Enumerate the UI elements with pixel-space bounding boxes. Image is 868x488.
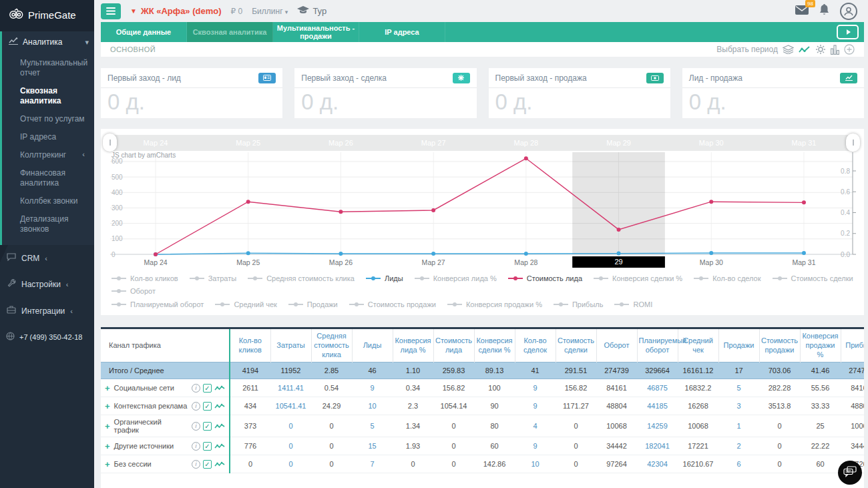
add-widget-icon[interactable] xyxy=(844,44,855,55)
trend-icon[interactable] xyxy=(799,46,811,53)
sidebar-subitem-5[interactable]: Финансовая аналитика xyxy=(2,164,94,192)
cell-link[interactable]: 3 xyxy=(736,402,740,410)
notifications-button[interactable] xyxy=(819,4,829,18)
legend-item[interactable]: Конверсия продажи % xyxy=(447,300,542,308)
cell-link[interactable]: 2 xyxy=(736,442,740,450)
column-header-11[interactable]: Средний чек xyxy=(678,329,718,362)
column-header-8[interactable]: Стоимость сделки xyxy=(556,329,596,362)
column-header-10[interactable]: Планируемый оборот xyxy=(637,329,678,362)
support-chat-button[interactable] xyxy=(838,461,862,485)
sparkline-toggle-icon[interactable] xyxy=(214,443,225,449)
messages-button[interactable]: 98 xyxy=(795,5,809,17)
cell-link[interactable]: 15 xyxy=(368,442,376,450)
row-checkbox[interactable]: ✓ xyxy=(203,422,212,431)
expand-row-icon[interactable]: + xyxy=(105,421,110,431)
info-icon[interactable]: i xyxy=(192,442,200,451)
cell-link[interactable]: 0 xyxy=(288,442,292,450)
sidebar-item-analytics[interactable]: Аналитика ▾ xyxy=(2,31,94,53)
select-period-button[interactable]: Выбрать период xyxy=(716,45,778,54)
layers-icon[interactable] xyxy=(783,45,794,54)
sidebar-subitem-2[interactable]: Отчет по услугам xyxy=(2,110,94,128)
play-demo-button[interactable] xyxy=(837,25,859,39)
column-header-0[interactable]: Кол-во кликов xyxy=(230,329,270,362)
legend-item[interactable]: Средний чек xyxy=(215,300,276,308)
cell-link[interactable]: 9 xyxy=(533,442,537,450)
tab-1[interactable]: Сквозная аналитика xyxy=(187,22,273,42)
project-selector[interactable]: ▼ ЖК «Арфа» (demo) xyxy=(130,6,222,16)
expand-row-icon[interactable]: + xyxy=(105,383,110,393)
column-header-3[interactable]: Лиды xyxy=(352,329,393,362)
sparkline-toggle-icon[interactable] xyxy=(214,423,225,429)
cell-link[interactable]: 14259 xyxy=(647,422,668,430)
sparkline-toggle-icon[interactable] xyxy=(214,403,225,409)
tour-button[interactable]: Тур xyxy=(297,6,327,16)
cell-link[interactable]: 1411.41 xyxy=(278,384,304,392)
column-header-13[interactable]: Стоимость продажи xyxy=(759,329,800,362)
cell-link[interactable]: 42304 xyxy=(647,460,668,468)
column-header-channel[interactable]: Канал трафика xyxy=(101,329,230,362)
cell-link[interactable]: 10 xyxy=(531,460,539,468)
cell-link[interactable]: 0 xyxy=(288,422,292,430)
expand-row-icon[interactable]: + xyxy=(105,441,110,451)
tab-2[interactable]: Мультиканальность - продажи xyxy=(273,22,359,42)
cell-link[interactable]: 5 xyxy=(370,422,374,430)
row-checkbox[interactable]: ✓ xyxy=(203,460,212,469)
gear-icon[interactable] xyxy=(815,44,826,55)
info-icon[interactable]: i xyxy=(192,422,200,431)
sidebar-item-integrations[interactable]: Интеграции ‹ xyxy=(0,298,94,324)
scrollbar-right-handle[interactable] xyxy=(846,134,860,152)
cell-link[interactable]: 0 xyxy=(288,460,292,468)
cell-link[interactable]: 10 xyxy=(368,402,376,410)
column-header-14[interactable]: Конверсия продажи % xyxy=(800,329,841,362)
sidebar-subitem-1[interactable]: Сквозная аналитика xyxy=(2,82,94,110)
cell-link[interactable]: 7 xyxy=(370,460,374,468)
sidebar-item-settings[interactable]: Настройки ‹ xyxy=(0,271,94,298)
cell-link[interactable]: 9 xyxy=(370,384,374,392)
scrollbar-left-handle[interactable] xyxy=(103,134,117,152)
column-header-9[interactable]: Оборот xyxy=(596,329,637,362)
cell-link[interactable]: 5 xyxy=(736,384,740,392)
cell-link[interactable]: 9 xyxy=(533,402,537,410)
info-icon[interactable]: i xyxy=(192,384,200,393)
column-header-12[interactable]: Продажи xyxy=(718,329,759,362)
legend-item[interactable]: Кол-во сделок xyxy=(694,274,761,282)
expand-row-icon[interactable]: + xyxy=(105,401,110,411)
legend-item[interactable]: Прибыль xyxy=(554,300,604,308)
sidebar-item-crm[interactable]: CRM ‹ xyxy=(0,245,94,271)
column-header-6[interactable]: Конверсия сделки % xyxy=(474,329,515,362)
tab-3[interactable]: IP адреса xyxy=(359,22,445,42)
sparkline-toggle-icon[interactable] xyxy=(214,461,225,467)
sidebar-subitem-0[interactable]: Мультиканальный отчет xyxy=(2,54,94,82)
legend-item[interactable]: Стоимость лида xyxy=(508,274,582,282)
bar-chart-icon[interactable] xyxy=(831,45,839,55)
column-header-2[interactable]: Средняя стоимость клика xyxy=(311,329,352,362)
cell-link[interactable]: 9 xyxy=(533,384,537,392)
column-header-15[interactable]: Прибыль xyxy=(841,329,864,362)
cell-link[interactable]: 182041 xyxy=(645,442,670,450)
row-checkbox[interactable]: ✓ xyxy=(203,384,212,393)
column-header-4[interactable]: Конверсия лида % xyxy=(393,329,433,362)
legend-item[interactable]: Средняя стоимость клика xyxy=(248,274,355,282)
info-icon[interactable]: i xyxy=(192,460,200,469)
chart-scrollbar[interactable]: Мар 24Мар 25Мар 26Мар 27Мар 28Мар 29Мар … xyxy=(110,135,853,151)
legend-item[interactable]: Кол-во кликов xyxy=(112,274,178,282)
sidebar-subitem-3[interactable]: IP адреса xyxy=(2,128,94,146)
cell-link[interactable]: 4 xyxy=(533,422,537,430)
sidebar-subitem-7[interactable]: Детализация звонков xyxy=(2,210,94,238)
legend-item[interactable]: Лиды xyxy=(366,274,403,282)
column-header-5[interactable]: Стоимость лида xyxy=(433,329,474,362)
cell-link[interactable]: 1 xyxy=(736,422,740,430)
sidebar-subitem-6[interactable]: Коллбек звонки xyxy=(2,192,94,210)
legend-item[interactable]: Продажи xyxy=(288,300,338,308)
legend-item[interactable]: Стоимость сделки xyxy=(773,274,853,282)
support-phone[interactable]: +7 (499) 350-42-18 xyxy=(0,324,94,350)
primegate-logo[interactable]: PrimeGate xyxy=(0,0,94,31)
legend-item[interactable]: Конверсия лида % xyxy=(415,274,497,282)
row-checkbox[interactable]: ✓ xyxy=(203,402,212,411)
cell-link[interactable]: 44185 xyxy=(647,402,668,410)
expand-row-icon[interactable]: + xyxy=(105,459,110,469)
tab-0[interactable]: Общие данные xyxy=(101,22,187,42)
legend-item[interactable]: Оборот xyxy=(112,287,156,295)
sidebar-subitem-4[interactable]: Коллтрекинг‹ xyxy=(2,146,94,164)
cell-link[interactable]: 46875 xyxy=(647,384,668,392)
